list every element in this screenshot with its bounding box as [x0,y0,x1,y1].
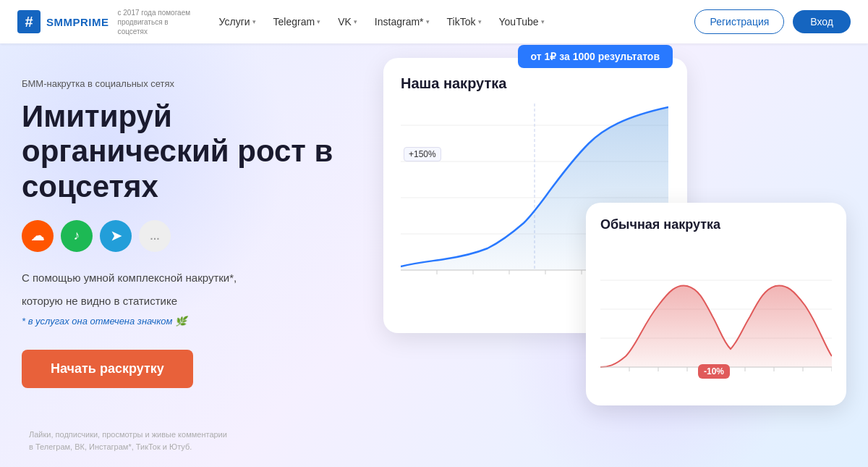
price-badge: от 1₽ за 1000 результатов [518,45,673,68]
hero-content: БММ-накрутка в социальных сетях Имитируй… [0,43,347,388]
hero-description-1: С помощью умной комплексной накрутки*, [22,269,347,287]
nav-item-vk[interactable]: VK ▾ [338,16,357,28]
nav-item-tiktok[interactable]: TikTok ▾ [447,16,482,28]
spotify-icon: ♪ [61,220,93,252]
minus-badge: -10% [698,364,730,379]
chevron-down-icon: ▾ [354,18,357,25]
secondary-chart-card: Обычная накрутка [586,203,846,405]
chevron-down-icon: ▾ [317,18,320,25]
secondary-chart-area: -10% [600,244,832,389]
logo-hash-icon: # [17,10,41,33]
hero-title: Имитируй органический рост в соцсетях [22,99,347,204]
nav-item-youtube[interactable]: YouTube ▾ [499,16,545,28]
secondary-chart-svg [600,244,832,382]
social-icons-row: ☁ ♪ ➤ … [22,220,347,252]
hero-note: * в услугах она отмечена значком 🌿 [22,316,347,327]
more-social-icon: … [139,220,171,252]
soundcloud-icon: ☁ [22,220,54,252]
telegram-icon: ➤ [100,220,132,252]
percent-label: +150% [404,147,441,161]
header: # SMMPRIME с 2017 года помогаем продвига… [0,0,868,43]
nav-item-telegram[interactable]: Telegram ▾ [273,16,321,28]
login-button[interactable]: Вход [793,10,851,33]
hero-description-2: которую не видно в статистике [22,293,347,310]
main-nav: Услуги ▾ Telegram ▾ VK ▾ Instagram* ▾ Ti… [219,16,695,28]
chevron-down-icon: ▾ [252,18,256,25]
header-actions: Регистрация Вход [694,9,851,34]
nav-item-instagram[interactable]: Instagram* ▾ [375,16,430,28]
start-promotion-button[interactable]: Начать раскрутку [22,350,193,388]
logo[interactable]: # SMMPRIME с 2017 года помогаем продвига… [17,8,197,36]
main-chart-title: Наша накрутка [401,75,670,92]
hero-subtitle: БММ-накрутка в социальных сетях [22,78,347,89]
logo-subtitle: с 2017 года помогаем продвигаться в соцс… [118,8,197,36]
hero-section: БММ-накрутка в социальных сетях Имитируй… [0,43,868,467]
register-button[interactable]: Регистрация [694,9,784,34]
logo-brand: SMMPRIME [46,16,109,28]
nav-item-services[interactable]: Услуги ▾ [219,16,256,28]
chart-cards-area: от 1₽ за 1000 результатов Наша накрутка … [362,43,868,467]
footer-note: Лайки, подписчики, просмотры и живые ком… [29,429,231,453]
chevron-down-icon: ▾ [478,18,482,25]
secondary-chart-title: Обычная накрутка [600,217,832,232]
chevron-down-icon: ▾ [541,18,545,25]
chevron-down-icon: ▾ [426,18,430,25]
